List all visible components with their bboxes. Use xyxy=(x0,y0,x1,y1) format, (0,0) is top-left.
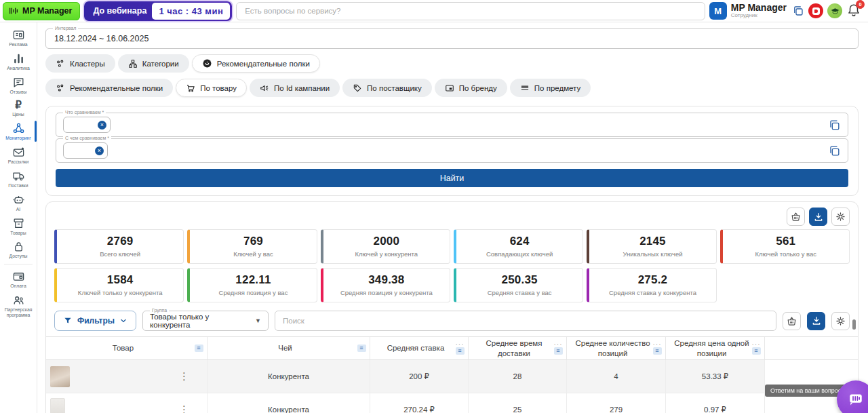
copy-account-icon[interactable] xyxy=(792,5,804,17)
tab-po-id-kampanii[interactable]: По Id кампании xyxy=(250,79,340,97)
find-button[interactable]: Найти xyxy=(56,169,848,187)
column-header-avg-bid[interactable]: Средняя ставка ···≡ xyxy=(370,337,469,360)
basket-button[interactable] xyxy=(787,208,805,226)
product-image[interactable] xyxy=(50,366,70,387)
sidebar-item-tseny[interactable]: ₽ Цены xyxy=(0,96,37,119)
lock-icon xyxy=(12,240,25,253)
sidebar-item-tovary[interactable]: Товары xyxy=(0,214,37,238)
product-cell: ⋮ xyxy=(46,360,208,393)
barcode-icon xyxy=(8,5,19,16)
sidebar-item-oplata[interactable]: Оплата xyxy=(0,267,37,291)
filters-button[interactable]: Фильтры xyxy=(54,311,136,331)
stat-card: 561 Ключей только у вас xyxy=(720,229,850,264)
sidebar-item-monitoring[interactable]: Мониторинг xyxy=(0,119,37,143)
robot-icon xyxy=(12,193,25,206)
basket-button-2[interactable] xyxy=(783,312,801,330)
notification-badge: 0 xyxy=(856,0,865,9)
sidebar-item-partnerskaya[interactable]: Партнерская программа xyxy=(0,291,37,320)
sidebar-item-otzyvy[interactable]: Отзывы xyxy=(0,73,37,97)
sidebar-item-analitika[interactable]: Аналитика xyxy=(0,50,37,73)
stat-card: 769 Ключей у вас xyxy=(187,229,317,264)
download-icon xyxy=(811,315,822,326)
tab-po-brendu[interactable]: По бренду xyxy=(435,79,507,97)
tab-rekomendatelnye-polki-2[interactable]: Рекомендательные полки xyxy=(45,79,173,97)
tab-po-postavshchiku[interactable]: По поставщику xyxy=(342,79,432,97)
sidebar-nav: Реклама Аналитика Отзывы ₽ Цены Монитори… xyxy=(0,22,37,413)
group-select[interactable]: Группа Товары только у конкурента ▼ xyxy=(142,311,269,331)
webinar-countdown: 1 час : 43 мин xyxy=(152,3,230,20)
row-menu-icon[interactable]: ⋮ xyxy=(172,370,196,382)
column-more-icon[interactable]: ··· xyxy=(752,342,761,346)
cluster-icon xyxy=(56,83,65,93)
column-header-avg-price[interactable]: Средняя цена одной позиции ···≡ xyxy=(666,337,765,360)
column-more-icon[interactable]: ··· xyxy=(653,342,662,346)
tab-po-predmetu[interactable]: По предмету xyxy=(510,79,591,97)
column-menu-icon[interactable]: ≡ xyxy=(752,347,761,355)
product-cell: ⋮ xyxy=(46,393,208,413)
tab-klastery[interactable]: Кластеры xyxy=(45,54,115,73)
column-menu-icon[interactable]: ≡ xyxy=(195,345,203,352)
copy-with-icon[interactable] xyxy=(828,144,841,157)
avg-bid-cell: 200 ₽ xyxy=(370,360,469,393)
service-question-input[interactable] xyxy=(236,2,705,20)
sidebar-item-postavki[interactable]: Поставки xyxy=(0,167,37,191)
tab-po-tovaru[interactable]: По товару xyxy=(176,79,247,97)
sidebar-item-rassylki[interactable]: Рассылки xyxy=(0,143,37,167)
column-more-icon[interactable]: ··· xyxy=(456,342,465,346)
download-icon xyxy=(813,212,824,222)
row-menu-icon[interactable]: ⋮ xyxy=(172,404,196,413)
rutube-icon[interactable] xyxy=(808,3,823,18)
compare-what-chip[interactable]: × xyxy=(63,117,111,133)
interval-value: 18.12.2024 ~ 16.06.2025 xyxy=(54,34,149,43)
column-more-icon[interactable]: ··· xyxy=(554,342,563,346)
sidebar-item-ai[interactable]: AI xyxy=(0,191,37,214)
tab-kategorii[interactable]: Категории xyxy=(118,54,189,73)
stats-row-1: 2769 Всего ключей 769 Ключей у вас 2000 … xyxy=(54,229,850,264)
download-button-2[interactable] xyxy=(807,312,825,330)
column-menu-icon[interactable]: ≡ xyxy=(456,347,465,355)
education-icon[interactable] xyxy=(827,3,842,18)
basket-icon xyxy=(790,211,802,222)
column-header-tovar[interactable]: Товар ≡ xyxy=(46,337,208,360)
webinar-banner-button[interactable]: До вебинара 1 час : 43 мин xyxy=(84,1,232,21)
sidebar-item-dostupy[interactable]: Доступы xyxy=(0,237,37,261)
table-header-row: Товар ≡ Чей ≡ Средняя ставка ···≡ Средне… xyxy=(46,337,858,360)
table-search-input[interactable] xyxy=(275,311,776,331)
results-toolbar xyxy=(46,202,858,229)
truck-icon xyxy=(12,170,25,182)
stat-card: 349.38 Средняя позиция у конкурента xyxy=(321,268,450,302)
categories-icon xyxy=(128,59,138,68)
compare-with-field[interactable]: С чем сравниваем * × xyxy=(56,138,848,163)
column-header-avg-delivery[interactable]: Среднее время доставки ···≡ xyxy=(469,337,567,360)
column-menu-icon[interactable]: ≡ xyxy=(554,347,563,355)
column-menu-icon[interactable]: ≡ xyxy=(357,345,366,352)
app-logo[interactable]: MP Manager xyxy=(3,2,80,20)
settings-button[interactable] xyxy=(831,208,850,226)
download-button[interactable] xyxy=(809,208,827,226)
compare-with-chip[interactable]: × xyxy=(63,142,108,159)
interval-field[interactable]: Интервал 18.12.2024 ~ 16.06.2025 xyxy=(45,28,859,49)
webinar-label: До вебинара xyxy=(93,6,146,16)
compare-what-field[interactable]: Что сравниваем * × xyxy=(56,113,848,137)
sidebar-item-reklama[interactable]: Реклама xyxy=(0,26,37,50)
gear-icon xyxy=(835,315,846,327)
tab-rekomendatelnye-polki[interactable]: Рекомендательные полки xyxy=(192,54,320,73)
cluster-icon xyxy=(56,59,65,68)
notifications-bell[interactable]: 0 xyxy=(846,3,863,19)
settings-button-2[interactable] xyxy=(831,312,850,330)
user-avatar[interactable]: M xyxy=(709,2,727,20)
table-scrollbar[interactable] xyxy=(852,319,856,330)
clear-icon[interactable]: × xyxy=(95,146,104,155)
copy-what-icon[interactable] xyxy=(828,119,841,132)
product-image[interactable] xyxy=(50,398,65,413)
column-header-avg-positions[interactable]: Среднее количество позиций ···≡ xyxy=(567,337,666,360)
chat-bubble-icon xyxy=(846,390,865,409)
table-row[interactable]: ⋮ Конкурента 270.24 ₽ 25 279 0.97 ₽ xyxy=(46,393,858,413)
table-row[interactable]: ⋮ Конкурента 200 ₽ 28 4 53.33 ₽ xyxy=(46,360,858,393)
gear-icon xyxy=(835,211,846,222)
column-header-chey[interactable]: Чей ≡ xyxy=(208,337,370,360)
column-menu-icon[interactable]: ≡ xyxy=(653,347,662,355)
clear-icon[interactable]: × xyxy=(98,121,106,130)
account-menu[interactable]: MP Manager Сотрудник xyxy=(731,3,787,18)
tag-icon xyxy=(353,83,362,93)
